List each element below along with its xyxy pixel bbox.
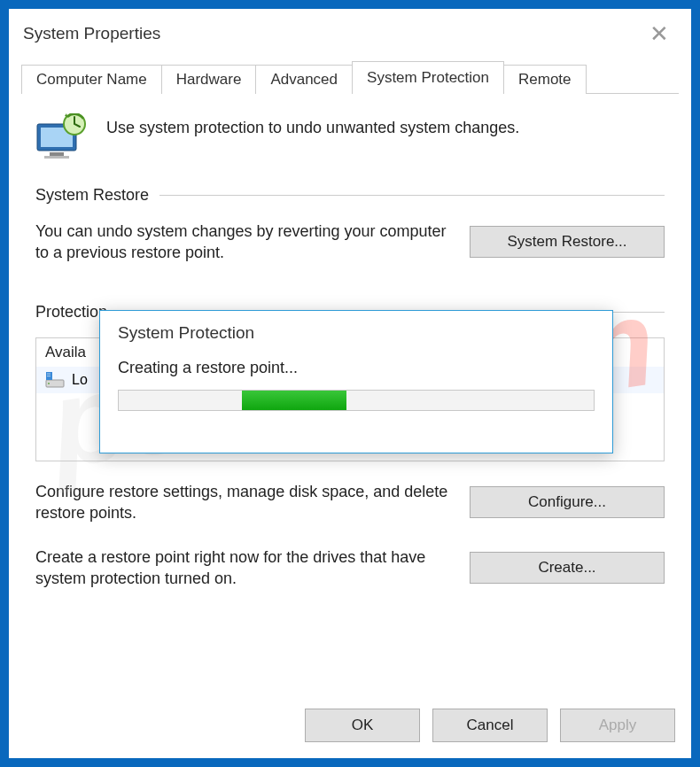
configure-text: Configure restore settings, manage disk … — [35, 481, 452, 524]
ok-button[interactable]: OK — [305, 709, 420, 742]
tab-hardware[interactable]: Hardware — [161, 65, 257, 94]
system-restore-button[interactable]: System Restore... — [470, 226, 665, 258]
system-protection-icon — [35, 113, 89, 159]
intro-text: Use system protection to undo unwanted s… — [106, 119, 519, 137]
section-restore-header: System Restore — [35, 186, 665, 205]
progress-indicator — [242, 391, 346, 410]
configure-row: Configure restore settings, manage disk … — [35, 481, 665, 524]
tab-remote[interactable]: Remote — [503, 65, 587, 94]
create-text: Create a restore point right now for the… — [35, 546, 452, 590]
titlebar: System Properties ✕ — [9, 9, 691, 58]
svg-rect-3 — [44, 156, 69, 159]
dialog-footer: OK Cancel Apply — [9, 696, 691, 758]
configure-button[interactable]: Configure... — [470, 486, 665, 518]
svg-rect-8 — [50, 373, 51, 374]
close-icon[interactable]: ✕ — [642, 20, 677, 48]
modal-status-text: Creating a restore point... — [118, 359, 595, 377]
restore-row: You can undo system changes by reverting… — [35, 221, 665, 264]
tab-advanced[interactable]: Advanced — [255, 65, 353, 94]
apply-button: Apply — [560, 709, 675, 742]
restore-text: You can undo system changes by reverting… — [35, 221, 452, 264]
tabs: Computer Name Hardware Advanced System P… — [9, 58, 691, 94]
svg-point-11 — [48, 383, 50, 384]
svg-rect-10 — [50, 376, 51, 376]
tab-system-protection[interactable]: System Protection — [352, 61, 504, 94]
svg-rect-9 — [48, 376, 49, 376]
system-protection-dialog: System Protection Creating a restore poi… — [99, 310, 613, 453]
section-restore-label: System Restore — [35, 186, 149, 205]
cancel-button[interactable]: Cancel — [432, 709, 548, 742]
create-button[interactable]: Create... — [470, 552, 665, 584]
intro-row: Use system protection to undo unwanted s… — [35, 113, 665, 159]
progress-bar — [118, 390, 595, 411]
create-row: Create a restore point right now for the… — [35, 546, 665, 590]
tab-computer-name[interactable]: Computer Name — [21, 65, 162, 94]
drive-name: Lo — [72, 372, 88, 388]
section-protection-label: Protection — [35, 303, 107, 322]
modal-title: System Protection — [100, 311, 612, 359]
window-title: System Properties — [23, 24, 160, 43]
svg-rect-2 — [50, 152, 64, 156]
svg-rect-7 — [48, 373, 49, 374]
drive-icon — [45, 371, 65, 389]
